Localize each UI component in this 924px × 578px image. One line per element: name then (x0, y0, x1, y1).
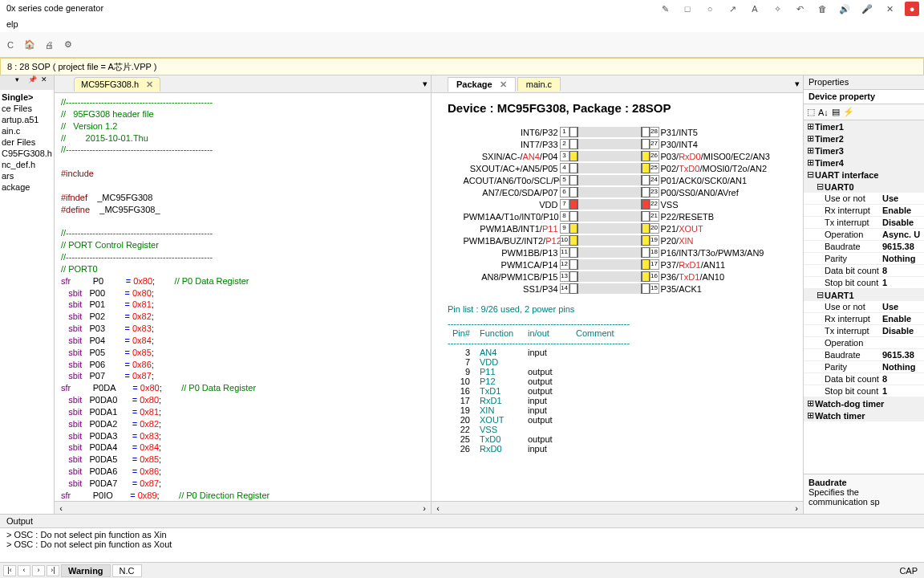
tab-dropdown-icon[interactable]: ▾ (423, 79, 428, 89)
tree-item[interactable]: C95FG308.h (2, 148, 52, 159)
package-tab[interactable]: Package ✕ (448, 77, 516, 92)
scroll-right-icon[interactable]: › (790, 503, 803, 513)
undo-icon[interactable]: ↶ (792, 2, 807, 16)
tab-close-icon[interactable]: ✕ (146, 79, 153, 89)
mic-icon[interactable]: 🎤 (860, 2, 874, 16)
property-item[interactable]: Tx interruptDisable (804, 217, 924, 229)
pin-list-row: 26RxD0input (448, 444, 787, 454)
tree-item[interactable]: ain.c (2, 125, 52, 136)
text-icon[interactable]: A (748, 2, 762, 16)
property-item[interactable]: Tx interruptDisable (804, 325, 924, 337)
property-item[interactable]: Data bit count8 (804, 265, 924, 277)
properties-tree[interactable]: ⊞Timer1⊞Timer2⊞Timer3⊞Timer4⊟UART interf… (804, 120, 924, 474)
next-icon[interactable]: › (32, 565, 45, 576)
last-icon[interactable]: ›| (47, 565, 59, 576)
chip-row: SXOUT/AC+/AN5/P05425P02/TxD0/MOSI0/T2o/A… (464, 162, 772, 174)
c-icon[interactable]: C (3, 38, 18, 52)
chip-row: SXIN/AC-/AN4/P04326P03/RxD0/MISO0/EC2/AN… (464, 150, 772, 162)
output-line: > OSC : Do not select pin function as Xo… (6, 539, 918, 549)
property-item[interactable]: Stop bit count1 (804, 277, 924, 289)
editor-tab[interactable]: MC95FG308.h ✕ (74, 77, 160, 92)
tab-dropdown-icon[interactable]: ▾ (795, 79, 800, 89)
property-group[interactable]: ⊞Timer1 (804, 120, 924, 132)
tree-item[interactable]: der Files (2, 136, 52, 148)
property-item[interactable]: Data bit count8 (804, 373, 924, 385)
lightning-icon[interactable]: ⚡ (843, 107, 854, 117)
app-title: 0x series code generator (6, 3, 103, 13)
property-group[interactable]: ⊞Timer4 (804, 157, 924, 169)
property-item[interactable]: Use or notUse (804, 193, 924, 205)
wand-icon[interactable]: ✧ (770, 2, 784, 16)
arrow-icon[interactable]: ↗ (725, 2, 740, 16)
mainc-tab[interactable]: main.c (517, 77, 561, 91)
pin-list-row: 16TxD1output (448, 386, 787, 396)
nc-tab[interactable]: N.C (112, 564, 142, 577)
code-editor[interactable]: //--------------------------------------… (55, 93, 431, 501)
property-item[interactable]: ParityNothing (804, 253, 924, 265)
menu-help[interactable]: elp (6, 19, 18, 29)
scroll-left-icon[interactable]: ‹ (55, 503, 67, 513)
property-item[interactable]: OperationAsync. U (804, 229, 924, 241)
property-item[interactable]: Stop bit count1 (804, 385, 924, 397)
property-item[interactable]: Baudrate9615.38 (804, 241, 924, 253)
package-body: Device : MC95FG308, Package : 28SOP INT6… (432, 93, 803, 501)
scroll-right-icon[interactable]: › (418, 503, 431, 513)
prev-icon[interactable]: ‹ (18, 565, 30, 576)
pin-list-row: 22VSS (448, 425, 787, 434)
az-icon[interactable]: A↓ (818, 108, 829, 117)
speaker-icon[interactable]: 🔊 (837, 2, 852, 16)
property-group-uart[interactable]: ⊟UART interface (804, 169, 924, 181)
tree-item[interactable]: ackage (2, 181, 52, 193)
project-tree: Single> ce Filesartup.a51ain.cder FilesC… (0, 90, 54, 194)
help-text: Specifies the communication sp (808, 487, 919, 507)
first-icon[interactable]: |‹ (3, 565, 16, 576)
close-icon[interactable]: ✕ (882, 2, 897, 16)
tree-root[interactable]: Single> (2, 92, 52, 103)
tree-item[interactable]: nc_def.h (2, 159, 52, 170)
info-text: 8 : 28 SOP ( project file = A芯片.VPP ) (7, 61, 156, 73)
property-item[interactable]: Use or notUse (804, 301, 924, 313)
tree-pin-icon[interactable]: 📌 (28, 75, 39, 87)
output-header: Output (0, 515, 924, 528)
property-item[interactable]: Rx interruptEnable (804, 313, 924, 325)
square-icon[interactable]: □ (680, 2, 695, 16)
property-group[interactable]: ⊞Timer3 (804, 144, 924, 157)
package-tabs: Package ✕ main.c ▾ (432, 75, 803, 93)
warning-tab[interactable]: Warning (61, 564, 111, 577)
property-item[interactable]: Baudrate9615.38 (804, 349, 924, 361)
tree-close-icon[interactable]: ✕ (41, 75, 52, 87)
tool-icon[interactable]: ⚙ (61, 38, 75, 52)
sort-icon[interactable]: ⬚ (807, 107, 815, 117)
print-icon[interactable]: 🖨 (42, 38, 56, 52)
output-line: > OSC : Do not select pin function as Xi… (6, 530, 918, 539)
home-icon[interactable]: 🏠 (22, 38, 37, 52)
property-subgroup[interactable]: ⊟UART0 (804, 181, 924, 193)
property-group[interactable]: ⊞Watch-dog timer (804, 397, 924, 409)
property-item[interactable]: ParityNothing (804, 361, 924, 373)
filter-icon[interactable]: ▤ (832, 107, 840, 117)
trash-icon[interactable]: 🗑 (815, 2, 829, 16)
property-group[interactable]: ⊞Timer2 (804, 132, 924, 144)
chip-row: PWM1CA/P141217P37/RxD1/AN11 (464, 258, 772, 271)
output-body: > OSC : Do not select pin function as Xi… (0, 528, 924, 551)
property-item[interactable]: Operation (804, 337, 924, 349)
tree-header-buttons: ▾ 📌 ✕ (0, 75, 54, 90)
tab-close-icon[interactable]: ✕ (500, 79, 507, 89)
pencil-icon[interactable]: ✎ (658, 2, 672, 16)
property-group[interactable]: ⊞Watch timer (804, 409, 924, 421)
property-subgroup[interactable]: ⊟UART1 (804, 289, 924, 301)
scroll-left-icon[interactable]: ‹ (432, 503, 444, 513)
editor-hscroll[interactable]: ‹ › (55, 501, 431, 514)
toolbar: C 🏠 🖨 ⚙ (0, 32, 924, 58)
tree-item[interactable]: ars (2, 170, 52, 181)
tree-item[interactable]: ce Files (2, 103, 52, 114)
circle-icon[interactable]: ○ (703, 2, 717, 16)
pin-separator: ----------------------------------------… (448, 338, 787, 348)
property-item[interactable]: Rx interruptEnable (804, 205, 924, 217)
tree-item[interactable]: artup.a51 (2, 114, 52, 125)
main-area: ▾ 📌 ✕ Single> ce Filesartup.a51ain.cder … (0, 75, 924, 514)
record-icon[interactable]: ● (905, 2, 919, 16)
chip-row: INT7/P33227P30/INT4 (464, 138, 772, 150)
tree-dropdown-icon[interactable]: ▾ (15, 75, 26, 87)
package-hscroll[interactable]: ‹ › (432, 501, 803, 514)
